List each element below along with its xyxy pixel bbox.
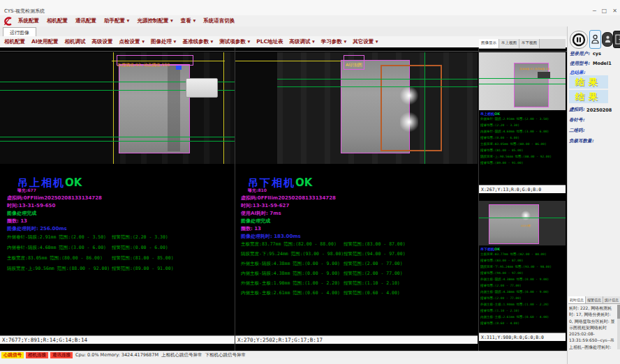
ai-detect-box (381, 65, 442, 151)
mini-measurement-row: 报警范围:(2.00 - 77.00) (480, 282, 566, 289)
measurement-row: 隔膜宽度-下:95.24mm 范围:(93.00 - 98.00)报警范围:(9… (235, 251, 478, 261)
sidebar-field: 卷针号: (569, 115, 619, 126)
pause-button[interactable] (570, 31, 588, 49)
measurement-value: 主极宽度:83.77mm 范围:(82.00 - 88.00) (241, 241, 337, 248)
left-done: 图像处理完成 (7, 210, 36, 217)
toolbar-item[interactable]: 学习参数 ▾ (321, 38, 346, 45)
measurement-value: 外侧主极-隔膜:4.38mm 范围:(0.00 - 9.00) (241, 261, 340, 267)
result-badge-2: 结果 (569, 90, 608, 103)
mini-cell (489, 204, 539, 244)
menu-item[interactable]: 通讯配置 (75, 17, 96, 24)
middle-ai-time: 使用AI耗时: 7ms (241, 210, 281, 217)
thumbnail-1-image[interactable]: 灰度阈值:93, 动态阈值:100 (479, 52, 566, 110)
logout-button[interactable] (613, 31, 620, 48)
menu-item[interactable]: 相机配置 (47, 17, 68, 24)
toolbar-item[interactable]: 点检设置 ▾ (119, 38, 145, 45)
toolbar-item[interactable]: AI使用配置 (31, 38, 59, 45)
ai-image-label-box: AI识别图 (344, 55, 364, 70)
toolbar-item[interactable]: PLC地址表 (256, 38, 283, 45)
alarm-range: 报警范围:(83.00 - 87.00) (344, 241, 406, 248)
user-switch-button[interactable] (589, 30, 601, 49)
toolbar-item[interactable]: 高级设置 (92, 38, 113, 45)
overlay-green-hline (479, 78, 566, 79)
toolbar-item[interactable]: 相机配置 (4, 38, 25, 45)
log-scrollbar-thumb[interactable] (617, 305, 620, 319)
mini-measurement-row: 报警范围:(94.00 - 97.00) (480, 270, 566, 276)
mini-measurement-row: 隔膜宽度-下:95.24mm 范围:(93.00 - 98.00) (480, 264, 566, 270)
alarm-range: 报警范围:(2.00 - 77.00) (344, 271, 403, 277)
toolbar-item[interactable]: 相机调试 (65, 38, 86, 45)
minimize-icon[interactable]: ─ (593, 8, 596, 14)
threshold-overlay-box: 灰度阈值:93, 动态阈值:100 (117, 55, 193, 66)
measurement-row: 主极宽度:83.77mm 范围:(82.00 - 88.00)报警范围:(83.… (235, 241, 478, 251)
app-window: { "window": { "title": "CYS-视觉检测系统", "co… (0, 0, 620, 364)
app-logo-icon (3, 17, 14, 26)
log-tab-strip: 耗时信息报警信息统计信息 (568, 296, 620, 304)
thumbnail-tab-strip: 图像显示吊上视图吊下视图 (479, 39, 566, 49)
mini-measurements: 外侧卷针-隔膜:2.91mm 范围:(2.00 - 3.50)报警范围:(2.2… (480, 116, 566, 166)
mini-measurements: 主极宽度:83.77mm 范围:(82.00 - 88.00)报警范围:(83.… (480, 251, 566, 326)
menu-item[interactable]: 光源控制配置 ▾ (137, 17, 172, 24)
middle-camera-image[interactable]: AI识别图 (235, 52, 478, 164)
thumbnail-tab[interactable]: 吊下视图 (519, 39, 540, 48)
thumbnail-tab[interactable]: 吊上视图 (499, 39, 519, 48)
person-icon (605, 35, 611, 44)
status-badge-yellow: 心跳信号 (1, 352, 24, 358)
middle-coord-bar: X:270;Y:2502;R:17;G:17;B:17 (235, 335, 478, 344)
middle-measurement-list: 主极宽度:83.77mm 范围:(82.00 - 88.00)报警范围:(83.… (235, 241, 478, 300)
log-tab[interactable]: 统计信息 (603, 296, 620, 303)
mini-threshold-label: 灰度阈值:93, 动态阈值:100 (519, 68, 550, 71)
toolbar-item[interactable]: 高级调试 ▾ (289, 38, 314, 45)
alarm-range: 报警范围:(2.20 - 3.30) (112, 234, 168, 241)
operator-button[interactable] (602, 32, 613, 47)
menu-item[interactable]: 系统配置 (18, 17, 39, 24)
toolbar-item[interactable]: 基准线参数 ▾ (182, 38, 213, 45)
left-measurement-list: 外侧卷针-隔膜:2.91mm 范围:(2.00 - 3.50)报警范围:(2.2… (0, 234, 235, 276)
measurement-value: 内侧主极-隔膜:4.38mm 范围:(0.00 - 9.00) (241, 271, 340, 277)
alarm-range: 报警范围:(0.60 - 4.00) (344, 290, 400, 296)
title-bar: CYS-视觉检测系统 ─ □ ✕ (0, 0, 620, 16)
mini-measurement-row: 外侧主极-主极:1.90mm 范围:(1.00 - 2.20) (480, 301, 566, 308)
status-bar: 心跳信号相机连接通讯连接 Cpu: 0.0% Memory: 3424.4179… (0, 351, 567, 358)
mini-measurement-row: 外侧主极-隔膜:4.38mm 范围:(0.00 - 9.00) (480, 276, 566, 282)
tab-run-image[interactable]: 运行图像 (3, 27, 36, 37)
right-sidebar: 登录用户: cys 使用型号: Model1 总结果: 结果 结果 虚拟码:20… (567, 26, 620, 364)
log-tab[interactable]: 耗时信息 (568, 296, 586, 303)
log-tab[interactable]: 报警信息 (586, 296, 603, 303)
left-coord-bar: X:7677;Y:891;R:14;G:14;B:14 (0, 335, 235, 344)
left-camera-image[interactable]: 灰度阈值:93, 动态阈值:100 (0, 52, 235, 164)
toolbar-item[interactable]: 测试项参数 ▾ (219, 38, 250, 45)
mini-measurement-row: 主极宽度:83.05mm 范围:(80.00 - 86.00) (480, 141, 566, 147)
field-label: 二维码: (569, 128, 584, 134)
ai-image-label: AI识别图 (346, 62, 362, 67)
mini-measurement-row: 内侧卷针-隔膜:4.60mm 范围:(3.00 - 6.00) (480, 128, 566, 135)
overlay-green-hline (0, 137, 235, 137)
menu-item[interactable]: 查看 ▾ (181, 17, 195, 24)
menu-item[interactable]: 系统语言切换 (203, 17, 235, 24)
mini-measurement-row: 报警范围:(0.00 - 6.00) (480, 135, 566, 141)
flare-spot (400, 86, 418, 105)
mini-measurement-row: 报警范围:(2.00 - 77.00) (480, 295, 566, 301)
overlay-green-hline (277, 86, 478, 87)
left-camera-status: OK (65, 176, 82, 189)
thumbnail-tab[interactable]: 图像显示 (479, 39, 499, 48)
left-exposure: 曝光:677 (17, 188, 36, 194)
window-controls: ─ □ ✕ (593, 8, 617, 14)
toolbar-item[interactable]: 图像处理 ▾ (151, 38, 176, 45)
mini-flare (521, 211, 531, 220)
model-value[interactable]: Model1 (593, 61, 612, 66)
thumbnail-2-coord-bar: X:311;Y:980;R:0;G:0;B:0 (479, 333, 566, 341)
measurement-value: 隔膜宽度-下:95.24mm 范围:(93.00 - 98.00) (241, 251, 344, 257)
measurement-value: 内侧主极-主极:2.61mm 范围:(0.60 - 4.00) (241, 290, 340, 296)
status-badges: 心跳信号相机连接通讯连接 (1, 352, 73, 358)
close-icon[interactable]: ✕ (612, 8, 617, 14)
thumbnail-2-image[interactable]: AI识别图 (479, 201, 566, 245)
menu-item[interactable]: 助手配置 ▾ (104, 17, 129, 24)
alarm-range: 报警范围:(89.00 - 91.00) (112, 266, 174, 272)
toolbar-item[interactable]: 其它设置 ▾ (353, 38, 378, 45)
upper-camera-heartbeat-text: 上相机心跳信号异常 (161, 352, 202, 358)
menu-bar: 系统配置相机配置通讯配置助手配置 ▾光源控制配置 ▾查看 ▾系统语言切换 (0, 15, 620, 26)
threshold-overlay-label: 灰度阈值:93, 动态阈值:100 (117, 62, 170, 67)
maximize-icon[interactable]: □ (602, 8, 607, 14)
log-output[interactable]: 耗时: 222, 网络检测耗时: 17, 网络分类耗时: 0, 网络提取分区耗时… (569, 305, 615, 349)
